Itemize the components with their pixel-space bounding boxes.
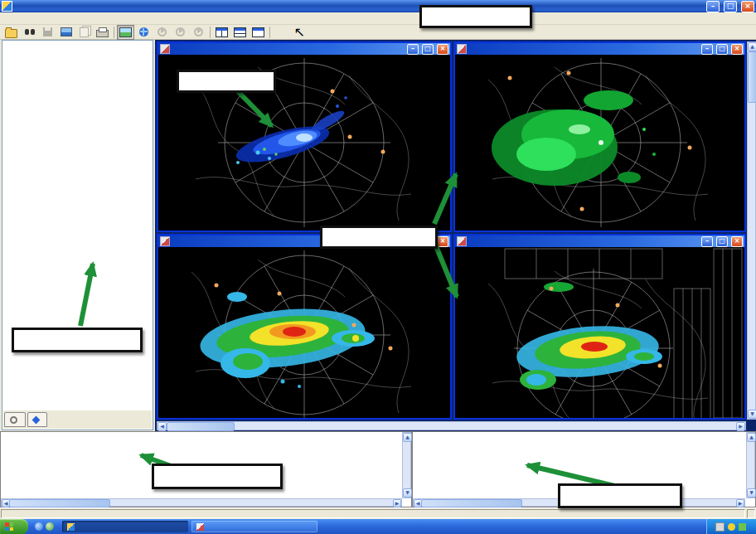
fault-table-hscrollbar[interactable]: ◀ ▶ <box>1 498 402 507</box>
file-list-panel <box>2 40 153 430</box>
taskbar-task-paint[interactable] <box>191 521 317 532</box>
radar-file-icon <box>457 44 467 54</box>
product-tree <box>3 42 152 410</box>
close-icon[interactable]: × <box>741 1 754 12</box>
radar-file-icon <box>160 236 170 246</box>
taskbar <box>0 519 756 534</box>
minimize-icon[interactable]: – <box>706 1 720 12</box>
status-datetime <box>747 509 755 518</box>
open-icon[interactable] <box>2 25 20 40</box>
start-button[interactable] <box>0 519 28 534</box>
cascade-icon[interactable] <box>250 25 267 40</box>
callout-menu-area <box>419 5 532 28</box>
ie-icon[interactable] <box>35 522 43 531</box>
save-icon[interactable] <box>39 25 56 40</box>
toolbar: ↖ <box>0 25 756 40</box>
tray-network-icon[interactable] <box>739 523 746 531</box>
mdi-vertical-scrollbar[interactable]: ▲ ▼ <box>747 41 756 420</box>
globe-icon[interactable] <box>135 25 153 40</box>
window-titlebar[interactable]: – □ × <box>0 0 756 12</box>
tile-horizontal-icon[interactable] <box>231 25 249 40</box>
child-window-crf[interactable]: – □ × <box>453 234 746 420</box>
child-titlebar[interactable]: – □ × <box>455 43 744 55</box>
radar-file-icon <box>457 236 467 246</box>
keyboard-layout-icon[interactable] <box>715 522 724 532</box>
child-window-hailf[interactable]: – □ × <box>453 41 746 232</box>
maximize-icon[interactable]: □ <box>716 236 728 247</box>
child-titlebar[interactable]: – □ × <box>455 235 744 247</box>
close-icon[interactable]: × <box>437 44 448 55</box>
picture-icon[interactable] <box>117 25 134 40</box>
radar-display-hailf[interactable] <box>455 55 744 231</box>
callout-fault-list-bar <box>152 464 283 489</box>
minimize-icon[interactable]: – <box>407 44 419 55</box>
find-icon[interactable] <box>21 25 38 40</box>
print-icon[interactable] <box>94 25 111 40</box>
maximize-icon[interactable]: □ <box>724 1 737 12</box>
image-display-area: – □ × <box>155 40 756 431</box>
help-icon[interactable] <box>273 25 290 40</box>
callout-param-display-bar <box>558 483 682 508</box>
sidebar-tabs <box>3 410 152 429</box>
refresh-icon[interactable] <box>153 25 171 40</box>
minimize-icon[interactable]: – <box>701 44 713 55</box>
paint-icon <box>196 523 204 531</box>
mdi-horizontal-scrollbar[interactable]: ◀ ▶ <box>157 421 746 430</box>
close-icon[interactable]: × <box>437 236 448 247</box>
app-icon <box>2 1 12 12</box>
browser-icon[interactable] <box>46 522 54 531</box>
taskbar-task-cinrad[interactable] <box>62 521 188 532</box>
status-message <box>1 509 745 518</box>
maximize-icon[interactable]: □ <box>422 44 434 55</box>
magnifier-icon <box>10 416 17 424</box>
param-table-vscrollbar[interactable]: ▲ ▼ <box>746 432 755 498</box>
refresh-icon[interactable] <box>190 25 207 40</box>
menu-bar <box>0 12 756 25</box>
context-help-icon[interactable]: ↖ <box>291 25 308 40</box>
callout-image-display-area <box>177 70 276 93</box>
quick-launch <box>35 522 54 531</box>
radar-display-tc3[interactable] <box>158 247 450 418</box>
copy-icon[interactable] <box>75 25 93 40</box>
system-tray <box>706 519 756 534</box>
map-icon[interactable] <box>57 25 75 40</box>
status-bar <box>0 507 756 519</box>
app-icon <box>67 523 75 531</box>
callout-image-info-area <box>320 226 438 249</box>
tab-product-data[interactable] <box>27 412 47 427</box>
tile-vertical-icon[interactable] <box>213 25 230 40</box>
tray-status-icon[interactable] <box>728 523 735 531</box>
diamond-icon <box>32 415 41 424</box>
callout-file-list-bar <box>12 328 143 352</box>
close-icon[interactable]: × <box>731 44 743 55</box>
fault-table-vscrollbar[interactable]: ▲ ▼ <box>402 432 411 498</box>
child-titlebar[interactable]: – □ × <box>158 43 450 55</box>
radar-display-crf[interactable] <box>455 247 744 418</box>
child-window-tc3[interactable]: × <box>157 234 452 420</box>
refresh-icon[interactable] <box>172 25 189 40</box>
maximize-icon[interactable]: □ <box>716 44 728 55</box>
close-icon[interactable]: × <box>731 236 743 247</box>
windows-logo-icon <box>5 522 13 531</box>
radar-file-icon <box>160 44 170 54</box>
minimize-icon[interactable]: – <box>701 236 713 247</box>
tab-raw-echo-data[interactable] <box>4 412 26 427</box>
